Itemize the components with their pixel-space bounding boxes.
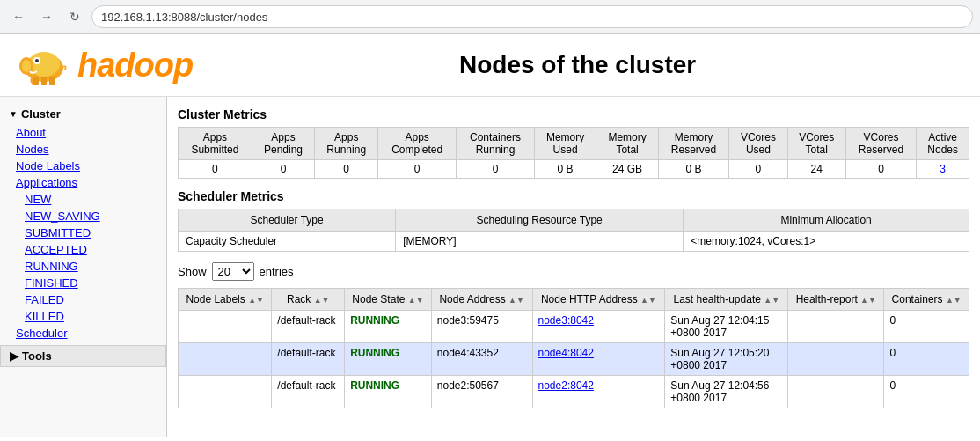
- col-health-report[interactable]: Health-report ▲▼: [788, 289, 884, 311]
- cell-http-address[interactable]: node4:8042: [532, 343, 665, 376]
- main-area: ▼ Cluster About Nodes Node Labels Applic…: [0, 97, 980, 437]
- val-memory-used: 0 B: [534, 160, 596, 179]
- cell-health-report: [788, 311, 884, 343]
- sidebar-item-finished[interactable]: FINISHED: [0, 275, 166, 291]
- col-apps-completed: AppsCompleted: [378, 128, 457, 160]
- main-content: Cluster Metrics AppsSubmitted AppsPendin…: [167, 97, 980, 437]
- val-apps-submitted: 0: [179, 160, 252, 179]
- hadoop-logo-text: hadoop: [77, 47, 193, 85]
- col-containers-running: ContainersRunning: [457, 128, 535, 160]
- cell-address: node4:43352: [431, 343, 532, 376]
- cluster-metrics-row: 0 0 0 0 0 0 B 24 GB 0 B 0 24 0 3: [179, 160, 969, 179]
- val-memory-total: 24 GB: [596, 160, 658, 179]
- cell-state: RUNNING: [345, 343, 432, 376]
- sidebar-item-new[interactable]: NEW: [0, 191, 166, 208]
- reload-button[interactable]: ↻: [63, 5, 86, 28]
- col-apps-pending: AppsPending: [252, 128, 314, 160]
- sidebar-item-scheduler[interactable]: Scheduler: [0, 325, 166, 342]
- col-vcores-reserved: VCoresReserved: [845, 128, 916, 160]
- col-node-address[interactable]: Node Address ▲▼: [431, 289, 532, 311]
- cell-rack: /default-rack: [272, 376, 345, 408]
- scheduler-metrics-title: Scheduler Metrics: [178, 189, 969, 203]
- col-last-health-update[interactable]: Last health-update ▲▼: [665, 289, 788, 311]
- table-row: /default-rack RUNNING node4:43352 node4:…: [179, 343, 969, 376]
- show-label: Show: [178, 265, 207, 278]
- cell-rack: /default-rack: [272, 311, 345, 343]
- sidebar-item-killed[interactable]: KILLED: [0, 308, 166, 325]
- nodes-table: Node Labels ▲▼ Rack ▲▼ Node State ▲▼ Nod…: [178, 288, 969, 408]
- page-header: hadoop Nodes of the cluster: [0, 34, 980, 97]
- forward-button[interactable]: →: [35, 5, 58, 28]
- cell-node-labels: [179, 376, 272, 408]
- cell-node-labels: [179, 343, 272, 376]
- cell-state: RUNNING: [345, 311, 432, 343]
- cell-http-address[interactable]: node2:8042: [532, 376, 665, 408]
- val-minimum-allocation: <memory:1024, vCores:1>: [684, 232, 969, 252]
- val-vcores-reserved: 0: [845, 160, 916, 179]
- col-minimum-allocation: Minimum Allocation: [684, 209, 969, 232]
- col-node-state[interactable]: Node State ▲▼: [345, 289, 432, 311]
- cell-containers: 0: [884, 311, 969, 343]
- sidebar-tools-label: Tools: [22, 349, 52, 363]
- col-memory-reserved: MemoryReserved: [658, 128, 728, 160]
- sidebar-item-submitted[interactable]: SUBMITTED: [0, 224, 166, 241]
- cell-address: node2:50567: [431, 376, 532, 408]
- val-memory-reserved: 0 B: [658, 160, 728, 179]
- svg-point-3: [35, 59, 39, 62]
- val-apps-running: 0: [315, 160, 378, 179]
- elephant-icon: [18, 43, 70, 87]
- val-vcores-total: 24: [787, 160, 845, 179]
- svg-point-5: [22, 60, 31, 72]
- sidebar: ▼ Cluster About Nodes Node Labels Applic…: [0, 97, 167, 437]
- sidebar-item-nodes[interactable]: Nodes: [0, 141, 166, 158]
- sidebar-cluster-header[interactable]: ▼ Cluster: [0, 104, 166, 124]
- sidebar-item-accepted[interactable]: ACCEPTED: [0, 241, 166, 258]
- sidebar-tools-section[interactable]: ▶ Tools: [0, 345, 166, 367]
- val-scheduler-type: Capacity Scheduler: [179, 232, 396, 252]
- cluster-metrics-title: Cluster Metrics: [178, 107, 969, 121]
- cell-containers: 0: [884, 343, 969, 376]
- entries-label: entries: [260, 265, 294, 278]
- table-row: /default-rack RUNNING node2:50567 node2:…: [179, 376, 969, 408]
- sidebar-item-failed[interactable]: FAILED: [0, 291, 166, 308]
- col-scheduler-type: Scheduler Type: [179, 209, 396, 232]
- cell-health-report: [788, 343, 884, 376]
- col-containers[interactable]: Containers ▲▼: [884, 289, 969, 311]
- svg-rect-7: [41, 77, 47, 85]
- col-memory-used: MemoryUsed: [534, 128, 596, 160]
- sidebar-cluster-label: Cluster: [21, 107, 61, 121]
- cell-rack: /default-rack: [272, 343, 345, 376]
- sidebar-item-about[interactable]: About: [0, 124, 166, 141]
- page-wrapper: hadoop Nodes of the cluster ▼ Cluster Ab…: [0, 34, 980, 437]
- cluster-triangle-icon: ▼: [9, 109, 18, 119]
- sidebar-item-running[interactable]: RUNNING: [0, 258, 166, 275]
- back-button[interactable]: ←: [7, 5, 30, 28]
- browser-chrome: ← → ↻: [0, 0, 980, 34]
- cell-state: RUNNING: [345, 376, 432, 408]
- cell-node-labels: [179, 311, 272, 343]
- col-node-labels[interactable]: Node Labels ▲▼: [179, 289, 272, 311]
- val-active-nodes[interactable]: 3: [917, 160, 969, 179]
- cell-health-report: [788, 376, 884, 408]
- sidebar-item-applications[interactable]: Applications: [0, 174, 166, 191]
- cell-address: node3:59475: [431, 311, 532, 343]
- col-rack[interactable]: Rack ▲▼: [272, 289, 345, 311]
- val-scheduling-resource-type: [MEMORY]: [396, 232, 684, 252]
- cell-containers: 0: [884, 376, 969, 408]
- val-vcores-used: 0: [729, 160, 787, 179]
- cell-health-update: Sun Aug 27 12:05:20+0800 2017: [665, 343, 788, 376]
- table-row: /default-rack RUNNING node3:59475 node3:…: [179, 311, 969, 343]
- sidebar-item-node-labels[interactable]: Node Labels: [0, 158, 166, 174]
- cluster-metrics-table: AppsSubmitted AppsPending AppsRunning Ap…: [178, 127, 969, 179]
- entries-select[interactable]: 10 20 25 50 100: [212, 262, 254, 281]
- col-vcores-total: VCoresTotal: [787, 128, 845, 160]
- val-apps-completed: 0: [378, 160, 457, 179]
- col-active-nodes: ActiveNodes: [917, 128, 969, 160]
- page-title: Nodes of the cluster: [193, 51, 962, 79]
- sidebar-item-new-saving[interactable]: NEW_SAVING: [0, 208, 166, 224]
- col-node-http-address[interactable]: Node HTTP Address ▲▼: [532, 289, 665, 311]
- address-bar[interactable]: [91, 5, 973, 28]
- col-apps-submitted: AppsSubmitted: [179, 128, 252, 160]
- sidebar-cluster-section: ▼ Cluster About Nodes Node Labels Applic…: [0, 104, 166, 342]
- cell-http-address[interactable]: node3:8042: [532, 311, 665, 343]
